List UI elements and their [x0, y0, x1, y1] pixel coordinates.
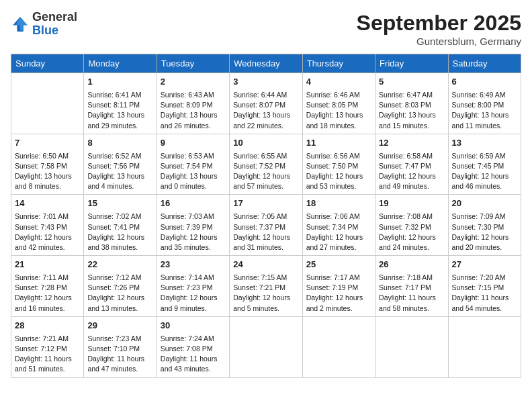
calendar-cell: 8Sunrise: 6:52 AMSunset: 7:56 PMDaylight…: [84, 134, 157, 195]
day-number: 11: [306, 137, 371, 150]
sunset-text: Sunset: 8:03 PM: [379, 101, 431, 109]
sunrise-text: Sunrise: 7:20 AM: [452, 273, 506, 281]
daylight-text: Daylight: 12 hours and 46 minutes.: [452, 172, 509, 190]
sunset-text: Sunset: 7:37 PM: [233, 223, 285, 231]
calendar-cell: 27Sunrise: 7:20 AMSunset: 7:15 PMDayligh…: [448, 256, 521, 317]
week-row-3: 14Sunrise: 7:01 AMSunset: 7:43 PMDayligh…: [11, 195, 521, 256]
day-number: 7: [15, 137, 80, 150]
day-number: 17: [233, 197, 298, 210]
daylight-text: Daylight: 12 hours and 20 minutes.: [452, 233, 509, 251]
calendar-cell: 13Sunrise: 6:59 AMSunset: 7:45 PMDayligh…: [448, 134, 521, 195]
week-row-1: 1Sunrise: 6:41 AMSunset: 8:11 PMDaylight…: [11, 73, 521, 134]
day-number: 2: [161, 76, 226, 89]
col-header-friday: Friday: [375, 54, 448, 73]
calendar-cell: 28Sunrise: 7:21 AMSunset: 7:12 PMDayligh…: [11, 316, 84, 377]
daylight-text: Daylight: 12 hours and 35 minutes.: [161, 233, 218, 251]
sunrise-text: Sunrise: 6:52 AM: [87, 152, 141, 160]
calendar-cell: [375, 316, 448, 377]
calendar-cell: 26Sunrise: 7:18 AMSunset: 7:17 PMDayligh…: [375, 256, 448, 317]
calendar-cell: 1Sunrise: 6:41 AMSunset: 8:11 PMDaylight…: [84, 73, 157, 134]
sunset-text: Sunset: 7:17 PM: [379, 283, 431, 291]
daylight-text: Daylight: 12 hours and 5 minutes.: [233, 293, 290, 312]
sunset-text: Sunset: 8:11 PM: [87, 101, 140, 109]
day-number: 14: [15, 197, 80, 210]
day-number: 9: [161, 137, 226, 150]
sunset-text: Sunset: 7:52 PM: [233, 162, 285, 170]
sunset-text: Sunset: 7:19 PM: [306, 283, 359, 291]
day-number: 3: [233, 76, 298, 89]
daylight-text: Daylight: 12 hours and 2 minutes.: [306, 293, 363, 312]
sunset-text: Sunset: 7:45 PM: [452, 162, 504, 170]
day-number: 24: [233, 259, 298, 271]
sunrise-text: Sunrise: 7:09 AM: [452, 212, 506, 220]
daylight-text: Daylight: 12 hours and 9 minutes.: [161, 293, 218, 312]
calendar-header-row: SundayMondayTuesdayWednesdayThursdayFrid…: [11, 54, 521, 73]
calendar-cell: 20Sunrise: 7:09 AMSunset: 7:30 PMDayligh…: [448, 195, 521, 256]
sunrise-text: Sunrise: 6:50 AM: [15, 152, 69, 160]
calendar-cell: 29Sunrise: 7:23 AMSunset: 7:10 PMDayligh…: [84, 316, 157, 377]
calendar-cell: 7Sunrise: 6:50 AMSunset: 7:58 PMDaylight…: [11, 134, 84, 195]
sunset-text: Sunset: 8:09 PM: [161, 101, 213, 109]
day-number: 16: [161, 197, 226, 210]
calendar-cell: 19Sunrise: 7:08 AMSunset: 7:32 PMDayligh…: [375, 195, 448, 256]
daylight-text: Daylight: 13 hours and 18 minutes.: [306, 111, 363, 129]
sunset-text: Sunset: 7:32 PM: [379, 223, 431, 231]
calendar-cell: 6Sunrise: 6:49 AMSunset: 8:00 PMDaylight…: [448, 73, 521, 134]
sunset-text: Sunset: 7:12 PM: [15, 345, 67, 353]
sunrise-text: Sunrise: 7:02 AM: [87, 212, 141, 220]
sunset-text: Sunset: 7:21 PM: [233, 283, 285, 291]
day-number: 28: [15, 320, 80, 332]
page-header: General Blue September 2025 Guntersblum,…: [11, 11, 521, 47]
daylight-text: Daylight: 13 hours and 11 minutes.: [452, 111, 509, 129]
logo-icon: [11, 15, 30, 34]
calendar-cell: 21Sunrise: 7:11 AMSunset: 7:28 PMDayligh…: [11, 256, 84, 317]
col-header-thursday: Thursday: [302, 54, 375, 73]
col-header-sunday: Sunday: [11, 54, 84, 73]
week-row-2: 7Sunrise: 6:50 AMSunset: 7:58 PMDaylight…: [11, 134, 521, 195]
sunset-text: Sunset: 7:56 PM: [87, 162, 140, 170]
calendar-cell: 16Sunrise: 7:03 AMSunset: 7:39 PMDayligh…: [157, 195, 229, 256]
daylight-text: Daylight: 12 hours and 27 minutes.: [306, 233, 363, 251]
col-header-saturday: Saturday: [448, 54, 521, 73]
calendar-cell: 30Sunrise: 7:24 AMSunset: 7:08 PMDayligh…: [157, 316, 229, 377]
calendar-cell: 12Sunrise: 6:58 AMSunset: 7:47 PMDayligh…: [375, 134, 448, 195]
daylight-text: Daylight: 12 hours and 53 minutes.: [306, 172, 363, 190]
daylight-text: Daylight: 12 hours and 49 minutes.: [379, 172, 436, 190]
calendar-cell: 10Sunrise: 6:55 AMSunset: 7:52 PMDayligh…: [230, 134, 302, 195]
day-number: 15: [87, 197, 152, 210]
day-number: 12: [379, 137, 444, 150]
daylight-text: Daylight: 13 hours and 22 minutes.: [233, 111, 290, 129]
sunset-text: Sunset: 8:07 PM: [233, 101, 285, 109]
day-number: 25: [306, 259, 371, 271]
day-number: 4: [306, 76, 371, 89]
col-header-monday: Monday: [84, 54, 157, 73]
sunrise-text: Sunrise: 7:21 AM: [15, 334, 69, 342]
sunrise-text: Sunrise: 6:55 AM: [233, 152, 287, 160]
calendar-cell: 18Sunrise: 7:06 AMSunset: 7:34 PMDayligh…: [302, 195, 375, 256]
sunrise-text: Sunrise: 6:46 AM: [306, 91, 360, 99]
sunset-text: Sunset: 7:43 PM: [15, 223, 67, 231]
calendar-cell: 9Sunrise: 6:53 AMSunset: 7:54 PMDaylight…: [157, 134, 229, 195]
calendar-cell: 3Sunrise: 6:44 AMSunset: 8:07 PMDaylight…: [230, 73, 302, 134]
sunrise-text: Sunrise: 6:56 AM: [306, 152, 360, 160]
calendar-cell: 11Sunrise: 6:56 AMSunset: 7:50 PMDayligh…: [302, 134, 375, 195]
sunrise-text: Sunrise: 7:24 AM: [161, 334, 214, 342]
location: Guntersblum, Germany: [357, 36, 521, 47]
sunrise-text: Sunrise: 7:08 AM: [379, 212, 433, 220]
day-number: 26: [379, 259, 444, 271]
calendar-cell: [230, 316, 302, 377]
sunset-text: Sunset: 8:05 PM: [306, 101, 359, 109]
sunrise-text: Sunrise: 6:43 AM: [161, 91, 214, 99]
sunrise-text: Sunrise: 7:11 AM: [15, 273, 69, 281]
calendar-table: SundayMondayTuesdayWednesdayThursdayFrid…: [11, 54, 521, 378]
sunset-text: Sunset: 7:47 PM: [379, 162, 431, 170]
day-number: 8: [87, 137, 152, 150]
daylight-text: Daylight: 13 hours and 29 minutes.: [87, 111, 144, 129]
day-number: 22: [87, 259, 152, 271]
sunrise-text: Sunrise: 7:01 AM: [15, 212, 69, 220]
day-number: 23: [161, 259, 226, 271]
sunrise-text: Sunrise: 6:49 AM: [452, 91, 506, 99]
calendar-cell: 15Sunrise: 7:02 AMSunset: 7:41 PMDayligh…: [84, 195, 157, 256]
day-number: 19: [379, 197, 444, 210]
calendar-cell: 5Sunrise: 6:47 AMSunset: 8:03 PMDaylight…: [375, 73, 448, 134]
